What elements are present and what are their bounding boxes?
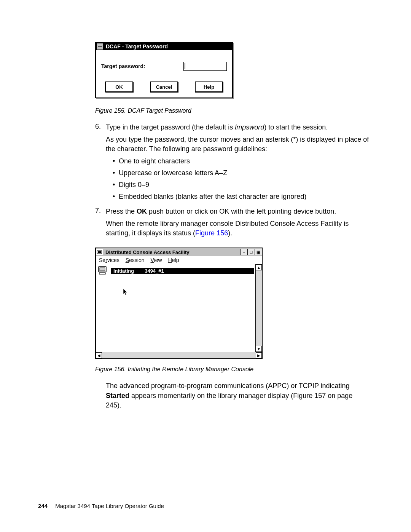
- svg-rect-4: [99, 273, 105, 274]
- step7-text-1: Press the OK push button or click on OK …: [106, 207, 369, 217]
- cancel-button[interactable]: Cancel: [150, 81, 178, 92]
- dialog-titlebar[interactable]: — DCAF - Target Password: [96, 43, 232, 50]
- target-password-input[interactable]: [183, 62, 227, 71]
- status-state: Initiating: [113, 268, 134, 274]
- step-number-6: 6.: [95, 123, 106, 204]
- system-menu-icon[interactable]: —: [97, 43, 104, 50]
- svg-rect-1: [98, 251, 101, 253]
- menu-session[interactable]: Session: [126, 257, 145, 263]
- book-title: Magstar 3494 Tape Library Operator Guide: [55, 503, 164, 509]
- dcaf-target-password-dialog: — DCAF - Target Password Target password…: [95, 42, 233, 98]
- help-button[interactable]: Help: [195, 81, 223, 92]
- ok-button[interactable]: OK: [105, 81, 133, 92]
- scroll-up-icon[interactable]: ▲: [256, 264, 262, 270]
- svg-rect-3: [100, 268, 105, 271]
- minimize-icon[interactable]: ▫: [240, 249, 247, 255]
- figure-155-caption: Figure 155. DCAF Target Password: [95, 107, 369, 114]
- vertical-scrollbar[interactable]: ▲ ▼: [255, 264, 262, 352]
- dialog-title: DCAF - Target Password: [106, 43, 168, 50]
- scroll-left-icon[interactable]: ◀: [96, 352, 102, 358]
- menu-help[interactable]: Help: [168, 257, 179, 263]
- app-icon[interactable]: [96, 249, 103, 255]
- list-item: Embedded blanks (blanks after the last c…: [113, 192, 369, 201]
- menu-services[interactable]: Services: [99, 257, 119, 263]
- step-number-7: 7.: [95, 207, 106, 241]
- window-title: Distributed Console Access Facility: [103, 249, 240, 255]
- terminal-icon: [97, 266, 109, 276]
- maximize-icon[interactable]: □: [247, 249, 255, 255]
- password-guidelines-list: One to eight characters Uppercase or low…: [106, 157, 369, 202]
- figure-156-caption: Figure 156. Initiating the Remote Librar…: [95, 366, 369, 373]
- cursor-icon: [123, 288, 129, 297]
- list-item: Uppercase or lowercase letters A–Z: [113, 168, 369, 178]
- menu-view[interactable]: View: [151, 257, 162, 263]
- horizontal-scrollbar[interactable]: ◀ ▶: [96, 352, 262, 358]
- appc-paragraph: The advanced program-to-program communic…: [106, 381, 369, 411]
- restore-icon[interactable]: ▣: [255, 249, 262, 255]
- step6-text-1: Type in the target password (the default…: [106, 123, 369, 133]
- dcaf-window: Distributed Console Access Facility ▫ □ …: [95, 248, 263, 359]
- list-item: One to eight characters: [113, 157, 369, 166]
- scroll-right-icon[interactable]: ▶: [256, 352, 262, 358]
- page-number: 244: [38, 503, 48, 509]
- status-target: 3494_#1: [145, 268, 164, 274]
- page-footer: 244 Magstar 3494 Tape Library Operator G…: [38, 503, 164, 509]
- step7-text-2: When the remote library manager console …: [106, 219, 369, 238]
- status-row[interactable]: Initiating 3494_#1: [97, 266, 254, 276]
- figure-156-link[interactable]: Figure 156: [195, 229, 228, 237]
- scroll-down-icon[interactable]: ▼: [256, 346, 262, 352]
- window-titlebar[interactable]: Distributed Console Access Facility ▫ □ …: [96, 248, 262, 256]
- list-item: Digits 0–9: [113, 180, 369, 190]
- step6-text-2: As you type the password, the cursor mov…: [106, 135, 369, 154]
- menu-bar: Services Session View Help: [96, 256, 262, 264]
- target-password-label: Target password:: [101, 63, 145, 69]
